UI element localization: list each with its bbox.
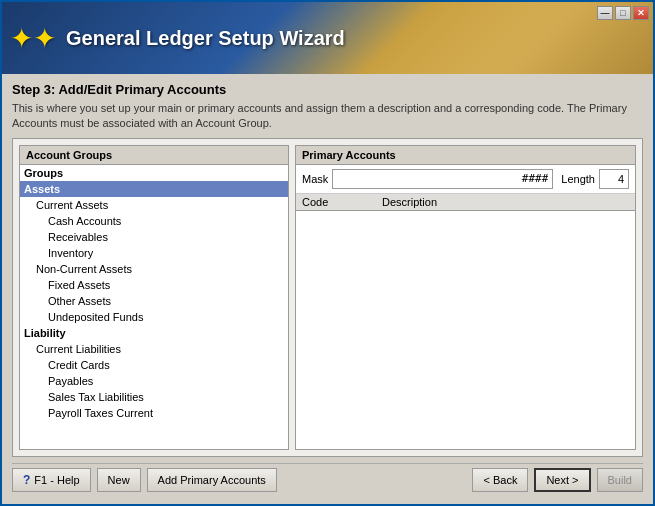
tree-item-receivables[interactable]: Receivables: [20, 229, 288, 245]
step-header: Step 3: Add/Edit Primary Accounts This i…: [12, 82, 643, 132]
add-primary-accounts-button[interactable]: Add Primary Accounts: [147, 468, 277, 492]
primary-accounts-panel: Primary Accounts Mask Length Code Descri…: [295, 145, 636, 450]
tree-item-sales-tax[interactable]: Sales Tax Liabilities: [20, 389, 288, 405]
mask-row: Mask Length: [296, 165, 635, 194]
table-header: Code Description: [296, 194, 635, 211]
tree-item-liability[interactable]: Liability: [20, 325, 288, 341]
tree-item-current-liabilities[interactable]: Current Liabilities: [20, 341, 288, 357]
close-button[interactable]: ✕: [633, 6, 649, 20]
account-groups-list[interactable]: Groups Assets Current Assets Cash Accoun…: [20, 165, 288, 449]
window-controls: — □ ✕: [597, 6, 649, 20]
content-area: Step 3: Add/Edit Primary Accounts This i…: [2, 74, 653, 504]
tree-item-credit-cards[interactable]: Credit Cards: [20, 357, 288, 373]
tree-item-fixed-assets[interactable]: Fixed Assets: [20, 277, 288, 293]
tree-item-assets[interactable]: Assets: [20, 181, 288, 197]
new-button[interactable]: New: [97, 468, 141, 492]
tree-item-non-current-assets[interactable]: Non-Current Assets: [20, 261, 288, 277]
step-description: This is where you set up your main or pr…: [12, 101, 643, 132]
tree-item-payroll-taxes[interactable]: Payroll Taxes Current: [20, 405, 288, 421]
window-title: General Ledger Setup Wizard: [66, 27, 345, 50]
col-code-header: Code: [302, 196, 382, 208]
title-bar: ✦✦ General Ledger Setup Wizard — □ ✕: [2, 2, 653, 74]
main-window: ✦✦ General Ledger Setup Wizard — □ ✕ Ste…: [0, 0, 655, 506]
wizard-icon: ✦✦: [10, 22, 56, 55]
next-label: Next >: [546, 474, 578, 486]
col-desc-header: Description: [382, 196, 629, 208]
tree-item-payables[interactable]: Payables: [20, 373, 288, 389]
primary-accounts-title: Primary Accounts: [296, 146, 635, 165]
title-bar-icons: ✦✦: [10, 22, 56, 55]
help-button[interactable]: ? F1 - Help: [12, 468, 91, 492]
build-button[interactable]: Build: [597, 468, 643, 492]
mask-label: Mask: [302, 173, 328, 185]
minimize-button[interactable]: —: [597, 6, 613, 20]
account-groups-panel: Account Groups Groups Assets Current Ass…: [19, 145, 289, 450]
primary-accounts-table: [296, 211, 635, 449]
tree-item-undeposited-funds[interactable]: Undeposited Funds: [20, 309, 288, 325]
add-label: Add Primary Accounts: [158, 474, 266, 486]
length-input[interactable]: [599, 169, 629, 189]
groups-header: Groups: [20, 165, 288, 181]
maximize-button[interactable]: □: [615, 6, 631, 20]
help-icon: ?: [23, 473, 30, 487]
new-label: New: [108, 474, 130, 486]
back-label: < Back: [483, 474, 517, 486]
tree-item-inventory[interactable]: Inventory: [20, 245, 288, 261]
account-groups-title: Account Groups: [20, 146, 288, 165]
tree-item-other-assets[interactable]: Other Assets: [20, 293, 288, 309]
build-label: Build: [608, 474, 632, 486]
help-label: F1 - Help: [34, 474, 79, 486]
tree-item-current-assets[interactable]: Current Assets: [20, 197, 288, 213]
length-label: Length: [561, 173, 595, 185]
footer: ? F1 - Help New Add Primary Accounts < B…: [12, 463, 643, 496]
main-panels: Account Groups Groups Assets Current Ass…: [12, 138, 643, 457]
back-button[interactable]: < Back: [472, 468, 528, 492]
step-title: Step 3: Add/Edit Primary Accounts: [12, 82, 643, 97]
next-button[interactable]: Next >: [534, 468, 590, 492]
tree-item-cash-accounts[interactable]: Cash Accounts: [20, 213, 288, 229]
mask-input[interactable]: [332, 169, 553, 189]
